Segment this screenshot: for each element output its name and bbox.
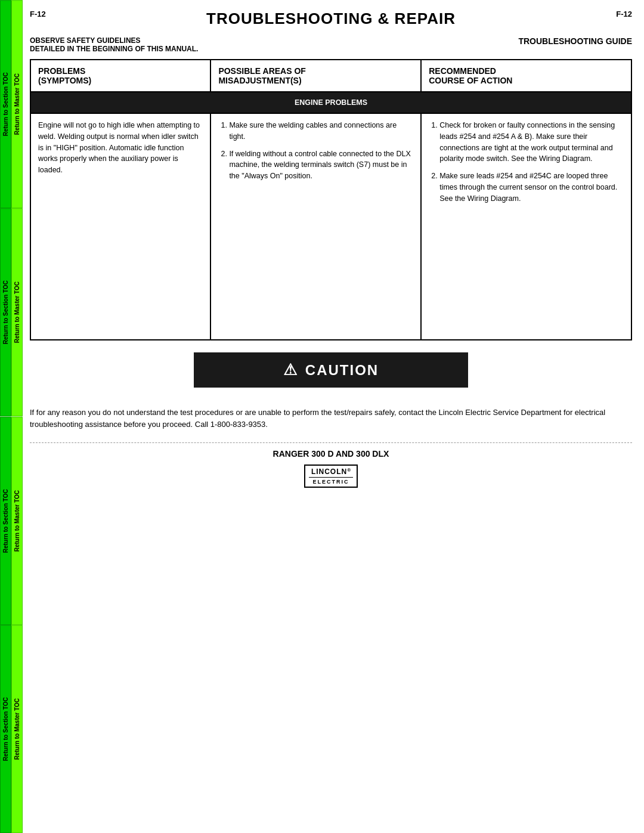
main-content: F-12 TROUBLESHOOTING & REPAIR F-12 OBSER… bbox=[24, 0, 644, 500]
side-navigation: Return to Section TOC Return to Master T… bbox=[0, 0, 21, 833]
page-header-row: F-12 TROUBLESHOOTING & REPAIR F-12 bbox=[30, 10, 632, 28]
page-number-left: F-12 bbox=[30, 10, 46, 28]
troubleshooting-table: PROBLEMS (SYMPTOMS) POSSIBLE AREAS OF MI… bbox=[30, 59, 632, 340]
side-nav-section-2: Return to Section TOC Return to Master T… bbox=[0, 208, 21, 416]
lincoln-logo-reg: ® bbox=[347, 467, 351, 473]
misadjustment-item-1: Make sure the welding cables and connect… bbox=[229, 120, 413, 143]
return-master-toc-1[interactable]: Return to Master TOC bbox=[11, 0, 23, 208]
return-master-toc-3[interactable]: Return to Master TOC bbox=[11, 417, 23, 625]
engine-problems-header: ENGINE PROBLEMS bbox=[30, 92, 631, 113]
footer-model: RANGER 300 D AND 300 DLX bbox=[30, 449, 632, 459]
page-number-right: F-12 bbox=[616, 10, 632, 28]
return-section-toc-3[interactable]: Return to Section TOC bbox=[0, 417, 11, 625]
side-nav-section-4: Return to Section TOC Return to Master T… bbox=[0, 625, 21, 833]
caution-label: CAUTION bbox=[305, 362, 379, 379]
caution-box: ⚠ CAUTION bbox=[194, 352, 468, 388]
return-section-toc-4[interactable]: Return to Section TOC bbox=[0, 625, 11, 833]
lincoln-logo: LINCOLN ® ELECTRIC bbox=[304, 465, 358, 488]
lincoln-logo-text: LINCOLN bbox=[311, 467, 347, 476]
safety-text: OBSERVE SAFETY GUIDELINES DETAILED IN TH… bbox=[30, 36, 198, 53]
action-cell: Check for broken or faulty connections i… bbox=[421, 113, 631, 340]
logo-container: LINCOLN ® ELECTRIC bbox=[30, 465, 632, 488]
safety-area: OBSERVE SAFETY GUIDELINES DETAILED IN TH… bbox=[30, 36, 632, 53]
side-nav-section-1: Return to Section TOC Return to Master T… bbox=[0, 0, 21, 208]
action-item-1: Check for broken or faulty connections i… bbox=[439, 120, 624, 165]
misadjustment-item-2: If welding without a control cable conne… bbox=[229, 148, 413, 182]
caution-container: ⚠ CAUTION bbox=[30, 352, 632, 397]
return-section-toc-2[interactable]: Return to Section TOC bbox=[0, 208, 11, 416]
return-section-toc-1[interactable]: Return to Section TOC bbox=[0, 0, 11, 208]
page-title: TROUBLESHOOTING & REPAIR bbox=[46, 10, 617, 28]
col-problems-header: PROBLEMS (SYMPTOMS) bbox=[30, 60, 210, 92]
return-master-toc-2[interactable]: Return to Master TOC bbox=[11, 208, 23, 416]
lincoln-logo-sub: ELECTRIC bbox=[313, 479, 349, 485]
misadjustment-cell: Make sure the welding cables and connect… bbox=[210, 113, 421, 340]
return-master-toc-4[interactable]: Return to Master TOC bbox=[11, 625, 23, 833]
misadjustment-list: Make sure the welding cables and connect… bbox=[218, 120, 413, 182]
caution-body-text: If for any reason you do not understand … bbox=[30, 407, 632, 431]
caution-triangle-icon: ⚠ bbox=[283, 361, 297, 379]
col-misadj-header: POSSIBLE AREAS OF MISADJUSTMENT(S) bbox=[210, 60, 421, 92]
footer-divider bbox=[30, 442, 632, 443]
action-item-2: Make sure leads #254 and #254C are loope… bbox=[439, 171, 624, 204]
guide-title: TROUBLESHOOTING GUIDE bbox=[518, 36, 632, 53]
side-nav-section-3: Return to Section TOC Return to Master T… bbox=[0, 417, 21, 625]
action-list: Check for broken or faulty connections i… bbox=[429, 120, 624, 204]
symptom-cell: Engine will not go to high idle when att… bbox=[30, 113, 210, 340]
col-action-header: RECOMMENDED COURSE OF ACTION bbox=[421, 60, 631, 92]
